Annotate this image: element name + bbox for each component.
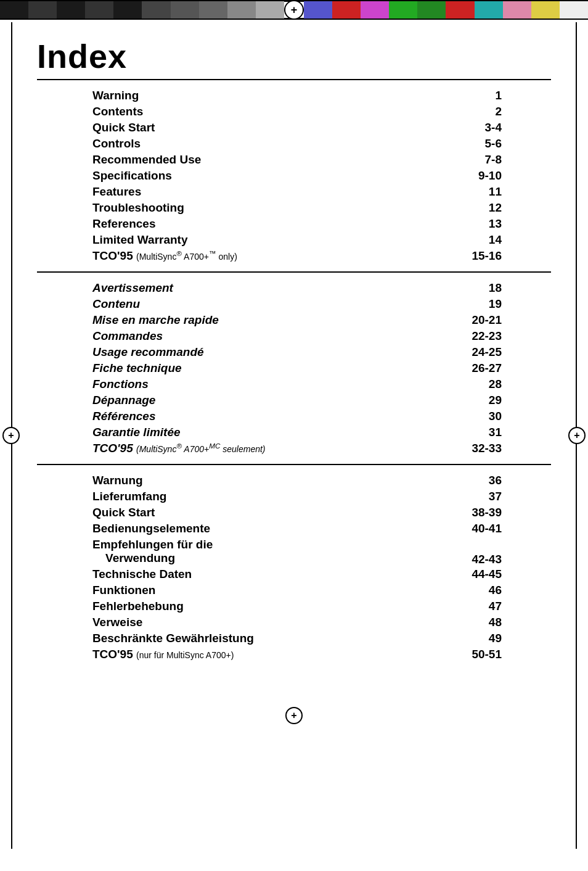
table-row: Quick Start 38-39 [37,505,551,521]
entry-page: 9-10 [423,168,552,184]
entry-label: Fehlerbehebung [37,598,423,614]
entry-page: 5-6 [423,136,552,152]
table-row: Références 30 [37,408,551,424]
table-row: Fonctions 28 [37,376,551,392]
entry-label: Verweise [37,614,423,630]
table-row: Limited Warranty 14 [37,232,551,248]
entry-page: 26-27 [423,360,552,376]
entry-page: 18 [423,280,552,296]
tco-sub-de: (nur für MultiSync A700+) [136,650,234,660]
table-row: Warnung 36 [37,473,551,489]
table-row: Beschränkte Gewährleistung 49 [37,630,551,646]
entry-page: 40-41 [423,521,552,537]
table-row: Bedienungselemente 40-41 [37,521,551,537]
entry-label: Quick Start [37,505,423,521]
entry-label-tco-fr: TCO'95 (MultiSync® A700+MC seulement) [37,440,423,456]
entry-label-tco-de: TCO'95 (nur für MultiSync A700+) [37,646,423,663]
entry-page: 3-4 [423,120,552,136]
table-row: Specifications 9-10 [37,168,551,184]
entry-label: Fonctions [37,376,423,392]
entry-label: References [37,216,423,232]
table-row: Funktionen 46 [37,582,551,598]
tco-sub-en: (MultiSync® A700+™ only) [136,252,237,262]
entry-label: Warnung [37,473,423,489]
entry-page: 50-51 [423,646,552,663]
table-row: Controls 5-6 [37,136,551,152]
table-row: References 13 [37,216,551,232]
english-section: Warning 1 Contents 2 Quick Start 3-4 Con… [37,80,551,273]
entry-label: Technische Daten [37,566,423,582]
entry-page: 28 [423,376,552,392]
french-index-table: Avertissement 18 Contenu 19 Mise en marc… [37,280,551,456]
page-title: Index [37,37,551,75]
entry-label: Commandes [37,328,423,344]
table-row: Recommended Use 7-8 [37,152,551,168]
tco-label-de: TCO'95 [92,648,133,661]
table-row: Quick Start 3-4 [37,120,551,136]
table-row: Mise en marche rapide 20-21 [37,312,551,328]
entry-label: Specifications [37,168,423,184]
german-section: Warnung 36 Lieferumfang 37 Quick Start 3… [37,465,551,670]
table-row: Troubleshooting 12 [37,200,551,216]
table-row: TCO'95 (MultiSync® A700+MC seulement) 32… [37,440,551,456]
entry-label: Avertissement [37,280,423,296]
table-row: Features 11 [37,184,551,200]
entry-label: Troubleshooting [37,200,423,216]
entry-label: Lieferumfang [37,489,423,505]
table-row: Fehlerbehebung 47 [37,598,551,614]
table-row: Warning 1 [37,88,551,104]
entry-page: 22-23 [423,328,552,344]
entry-page: 37 [423,489,552,505]
table-row: TCO'95 (nur für MultiSync A700+) 50-51 [37,646,551,663]
entry-page: 44-45 [423,566,552,582]
entry-page: 20-21 [423,312,552,328]
entry-page: 36 [423,473,552,489]
entry-label: Mise en marche rapide [37,312,423,328]
tco-label-en: TCO'95 [92,249,133,262]
entry-label: Features [37,184,423,200]
entry-label: Contenu [37,296,423,312]
table-row: Empfehlungen für die Verwendung 42-43 [37,537,551,566]
entry-label-tco-en: TCO'95 (MultiSync® A700+™ only) [37,248,423,264]
entry-page: 14 [423,232,552,248]
entry-page: 1 [423,88,552,104]
entry-label: Limited Warranty [37,232,423,248]
tco-label-fr: TCO'95 [92,442,133,455]
table-row: Avertissement 18 [37,280,551,296]
french-section: Avertissement 18 Contenu 19 Mise en marc… [37,273,551,465]
entry-label: Recommended Use [37,152,423,168]
entry-label: Controls [37,136,423,152]
entry-label-multiline: Empfehlungen für die Verwendung [37,537,423,566]
entry-page: 19 [423,296,552,312]
entry-label: Bedienungselemente [37,521,423,537]
table-row: Garantie limitée 31 [37,424,551,440]
entry-page: 38-39 [423,505,552,521]
english-index-table: Warning 1 Contents 2 Quick Start 3-4 Con… [37,88,551,264]
main-content: Index Warning 1 Contents 2 Quick Start 3… [0,20,588,707]
entry-page: 7-8 [423,152,552,168]
table-row: Lieferumfang 37 [37,489,551,505]
entry-page: 48 [423,614,552,630]
center-registration-mark: + [284,0,304,20]
entry-page: 47 [423,598,552,614]
entry-label: Funktionen [37,582,423,598]
entry-page: 42-43 [423,537,552,566]
table-row: Dépannage 29 [37,392,551,408]
entry-page: 49 [423,630,552,646]
entry-page: 13 [423,216,552,232]
entry-label: Beschränkte Gewährleistung [37,630,423,646]
entry-page: 11 [423,184,552,200]
tco-sub-fr: (MultiSync® A700+MC seulement) [136,444,266,454]
table-row: TCO'95 (MultiSync® A700+™ only) 15-16 [37,248,551,264]
entry-page: 12 [423,200,552,216]
table-row: Technische Daten 44-45 [37,566,551,582]
entry-label: Usage recommandé [37,344,423,360]
table-row: Usage recommandé 24-25 [37,344,551,360]
table-row: Fiche technique 26-27 [37,360,551,376]
entry-page: 32-33 [423,440,552,456]
entry-page: 31 [423,424,552,440]
table-row: Commandes 22-23 [37,328,551,344]
entry-page: 15-16 [423,248,552,264]
bottom-registration-mark: + [0,707,588,732]
table-row: Contenu 19 [37,296,551,312]
